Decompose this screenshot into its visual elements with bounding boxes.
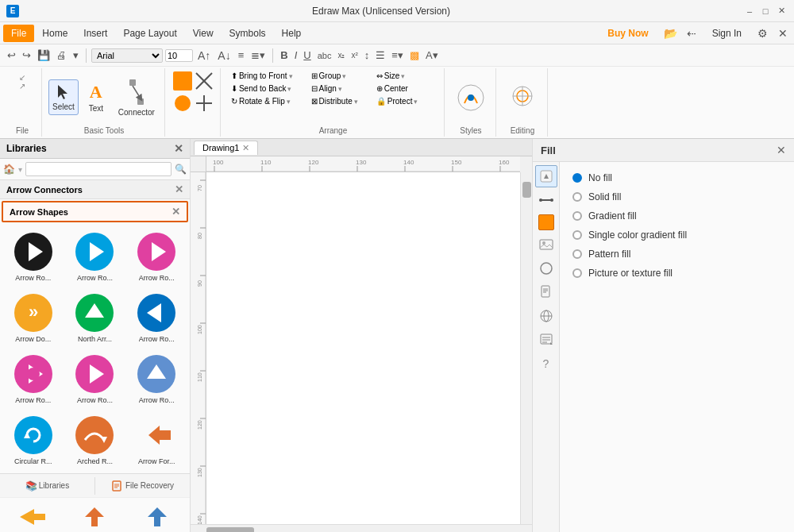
color-fill-btn[interactable]: ▩ bbox=[407, 48, 422, 62]
menu-view[interactable]: View bbox=[185, 25, 222, 42]
text-color-btn[interactable]: A▾ bbox=[423, 48, 441, 62]
horizontal-scrollbar[interactable] bbox=[191, 524, 532, 532]
buy-now-link[interactable]: Buy Now bbox=[599, 25, 656, 42]
qa-more[interactable]: ▾ bbox=[71, 48, 81, 62]
no-fill-radio[interactable] bbox=[572, 173, 582, 183]
profile-icon[interactable]: 📂 bbox=[663, 25, 679, 41]
search-icon[interactable]: 🔍 bbox=[175, 164, 187, 175]
x-shape-btn[interactable] bbox=[195, 71, 214, 91]
arrow-shapes-header[interactable]: Arrow Shapes ✕ bbox=[3, 202, 187, 221]
single-color-gradient-option[interactable]: Single color gradient fill bbox=[569, 226, 784, 245]
file-recovery-btn[interactable]: File Recovery bbox=[95, 477, 190, 495]
drawing-tab[interactable]: Drawing1 ✕ bbox=[194, 141, 258, 155]
save-button[interactable]: 💾 bbox=[35, 48, 52, 62]
font-size-input[interactable] bbox=[165, 49, 193, 62]
scrollbar-thumb-v[interactable] bbox=[522, 182, 531, 198]
fill-color-swatch[interactable] bbox=[538, 214, 554, 230]
send-to-back-btn[interactable]: ⬇ Send to Back ▾ bbox=[227, 83, 297, 94]
pattern-fill-option[interactable]: Pattern fill bbox=[569, 245, 784, 264]
undo-button[interactable]: ↩ bbox=[5, 48, 18, 62]
list-item[interactable]: North Arr... bbox=[65, 288, 125, 348]
list-item[interactable]: » Arrow Do... bbox=[3, 288, 64, 348]
tab-close-btn[interactable]: ✕ bbox=[242, 143, 249, 153]
texture-fill-radio[interactable] bbox=[572, 268, 582, 278]
center-btn[interactable]: ⊕ Center bbox=[372, 83, 422, 94]
list-item[interactable]: Arrow Ro... bbox=[126, 227, 187, 287]
texture-fill-option[interactable]: Picture or texture fill bbox=[569, 264, 784, 283]
strikethrough-btn[interactable]: abc bbox=[315, 50, 334, 61]
list-item[interactable]: Circular R... bbox=[3, 411, 64, 470]
list-item[interactable]: Arrow Ro... bbox=[3, 227, 64, 287]
list-item[interactable] bbox=[128, 501, 187, 532]
single-color-radio[interactable] bbox=[572, 230, 582, 240]
list-item[interactable] bbox=[65, 501, 124, 532]
close-button[interactable]: ✕ bbox=[775, 5, 788, 17]
rotate-flip-btn[interactable]: ↻ Rotate & Flip ▾ bbox=[227, 95, 297, 107]
fill-shape-btn[interactable] bbox=[535, 257, 557, 279]
list-item[interactable]: Arrow Ro... bbox=[65, 349, 125, 409]
styles-btn[interactable] bbox=[451, 78, 491, 118]
rect-shape-btn[interactable] bbox=[173, 71, 192, 91]
libraries-bottom-btn[interactable]: 📚 Libraries bbox=[0, 477, 95, 495]
fill-doc-btn[interactable] bbox=[535, 281, 557, 303]
gradient-fill-option[interactable]: Gradient fill bbox=[569, 206, 784, 226]
library-search-input[interactable] bbox=[25, 162, 172, 176]
home-icon[interactable]: 🏠 bbox=[3, 164, 15, 175]
arrow-connectors-close[interactable]: ✕ bbox=[175, 183, 183, 195]
circle-shape-btn[interactable] bbox=[173, 94, 192, 113]
align-btn[interactable]: ≡▾ bbox=[389, 48, 406, 62]
size-btn[interactable]: ⇔ Size ▾ bbox=[372, 70, 422, 82]
sign-in-btn[interactable]: Sign In bbox=[704, 25, 750, 42]
scrollbar-thumb-h[interactable] bbox=[206, 527, 254, 532]
superscript-btn[interactable]: x² bbox=[349, 50, 360, 60]
font-family-select[interactable]: Arial bbox=[91, 48, 163, 63]
arrow-connectors-header[interactable]: Arrow Connectors ✕ bbox=[0, 180, 190, 199]
file-new-btn[interactable]: ↙ ↗ bbox=[8, 70, 37, 94]
select-tool-btn[interactable]: Select bbox=[48, 79, 79, 115]
list-item[interactable] bbox=[3, 501, 62, 532]
distribute-btn[interactable]: ⊠ Distribute ▾ bbox=[307, 95, 362, 107]
list-item[interactable]: Arrow Ro... bbox=[126, 288, 187, 348]
menu-help[interactable]: Help bbox=[274, 25, 310, 42]
menu-file[interactable]: File bbox=[3, 25, 34, 42]
paragraph-btn[interactable]: ≡ bbox=[236, 48, 247, 62]
list-item[interactable]: Arched R... bbox=[65, 411, 125, 470]
menu-symbols[interactable]: Symbols bbox=[222, 25, 274, 42]
vertical-scrollbar[interactable] bbox=[520, 172, 532, 524]
no-fill-option[interactable]: No fill bbox=[569, 168, 784, 187]
pattern-fill-radio[interactable] bbox=[572, 249, 582, 259]
close-ribbon-icon[interactable]: ✕ bbox=[775, 25, 791, 41]
list-item[interactable]: Arrow Ro... bbox=[3, 349, 64, 409]
connector-tool-btn[interactable]: Connector bbox=[114, 75, 160, 120]
protect-btn[interactable]: 🔒 Protect ▾ bbox=[372, 95, 422, 107]
fill-image-btn[interactable] bbox=[535, 233, 557, 256]
menu-home[interactable]: Home bbox=[34, 25, 75, 42]
maximize-button[interactable]: □ bbox=[759, 5, 772, 17]
fill-help-btn[interactable]: ? bbox=[535, 353, 557, 375]
editing-btn[interactable] bbox=[503, 78, 542, 118]
italic-btn[interactable]: I bbox=[292, 48, 300, 62]
group-btn[interactable]: ⊞ Group ▾ bbox=[307, 70, 362, 82]
underline-btn[interactable]: U bbox=[301, 48, 313, 62]
list-item[interactable]: Arrow Ro... bbox=[65, 227, 125, 287]
gradient-fill-radio[interactable] bbox=[572, 211, 582, 221]
subscript-btn[interactable]: x₂ bbox=[335, 50, 347, 60]
text-tool-btn[interactable]: A Text bbox=[82, 79, 110, 116]
libraries-close-btn[interactable]: ✕ bbox=[174, 142, 183, 155]
fill-line-btn[interactable] bbox=[535, 189, 557, 211]
settings-icon[interactable]: ⚙ bbox=[754, 25, 770, 41]
list-item[interactable]: Arrow Ro... bbox=[126, 349, 187, 409]
share-icon[interactable]: ⇠ bbox=[684, 25, 700, 41]
solid-fill-option[interactable]: Solid fill bbox=[569, 187, 784, 206]
font-increase[interactable]: A↑ bbox=[195, 48, 213, 63]
list-item[interactable]: Arrow For... bbox=[126, 411, 187, 470]
drawing-canvas[interactable] bbox=[206, 172, 520, 524]
minimize-button[interactable]: – bbox=[743, 5, 756, 17]
plus-shape-btn[interactable] bbox=[195, 94, 214, 113]
menu-page-layout[interactable]: Page Layout bbox=[115, 25, 184, 42]
arrow-shapes-close[interactable]: ✕ bbox=[172, 206, 180, 218]
line-spacing-btn[interactable]: ↕ bbox=[362, 48, 372, 62]
print-button[interactable]: 🖨 bbox=[54, 48, 69, 62]
fill-paint-btn[interactable] bbox=[535, 165, 557, 187]
menu-insert[interactable]: Insert bbox=[75, 25, 115, 42]
